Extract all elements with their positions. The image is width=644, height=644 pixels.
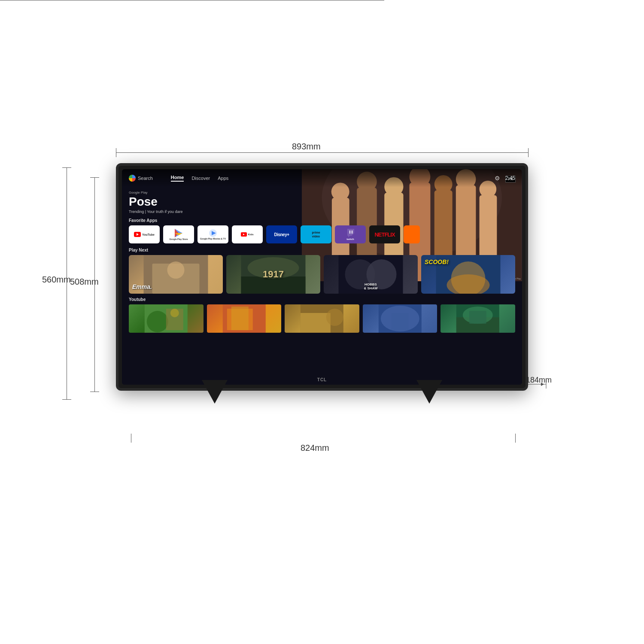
prime-text: primevideo <box>312 231 320 238</box>
svg-rect-49 <box>392 313 409 330</box>
playstore-icon <box>174 228 183 238</box>
app-youtubekids[interactable]: Kids <box>232 225 263 243</box>
youtubekids-icon <box>241 232 247 237</box>
google-assistant-icon <box>129 175 136 182</box>
youtubekids-logo: Kids <box>241 232 253 237</box>
svg-rect-23 <box>349 231 350 234</box>
youtube-play-icon <box>137 233 139 236</box>
1917-title: 1917 <box>263 269 284 280</box>
clock: 2:45 <box>505 175 515 181</box>
app-twitch[interactable]: twitch <box>335 225 366 243</box>
hobbs-title: HOBBS& SHAW <box>325 283 416 290</box>
svg-rect-53 <box>469 311 486 324</box>
top-right-tick <box>528 148 529 157</box>
top-width-label: 893mm <box>292 142 321 152</box>
youtube-logo: YouTube <box>134 232 155 237</box>
bottom-right-tick <box>515 434 516 443</box>
inner-bottom-tick <box>90 392 99 392</box>
twitch-icon <box>346 228 355 238</box>
top-width-line <box>116 152 528 153</box>
svg-point-40 <box>170 309 179 317</box>
movie-scoob[interactable]: SCOOB! <box>421 255 515 294</box>
top-left-tick <box>116 148 116 157</box>
svg-rect-24 <box>352 231 352 234</box>
yt-thumb-5[interactable] <box>440 304 515 333</box>
yt-thumb-3-img <box>285 304 359 333</box>
left-height-label: 560mm <box>42 275 71 285</box>
content-area: Google Play Pose Trending | Your truth i… <box>122 187 522 385</box>
app-prime[interactable]: primevideo <box>301 225 331 243</box>
play-next-label: Play Next <box>129 248 515 252</box>
svg-rect-45 <box>301 313 331 333</box>
yt-thumb-4[interactable] <box>363 304 437 333</box>
yt-thumb-5-img <box>440 304 515 333</box>
youtubekids-play <box>243 234 245 235</box>
show-meta: Google Play Pose Trending | Your truth i… <box>129 187 515 214</box>
inner-top-tick <box>90 177 99 178</box>
tv-screen: FX Available on Google Play Search Home … <box>122 169 522 385</box>
favorite-apps-label: Favorite Apps <box>129 218 515 223</box>
yt-thumb-2-img <box>207 304 282 333</box>
platform-label: Google Play <box>129 191 515 194</box>
depth-label: 184mm <box>526 376 552 385</box>
playstore-label: Google Play Store <box>169 238 188 240</box>
app-netflix[interactable]: NETFLIX <box>369 225 400 243</box>
yt-thumb-1-img <box>129 304 204 333</box>
nav-apps[interactable]: Apps <box>218 176 228 181</box>
movie-emma[interactable]: Emma. <box>129 255 223 294</box>
disney-text: Disney+ <box>274 232 289 237</box>
show-subtitle: Trending | Your truth if you dare <box>129 210 515 214</box>
tv-stand-left <box>202 380 228 404</box>
apps-row: YouTube Google Play Store <box>129 225 515 243</box>
tv-container: FX Available on Google Play Search Home … <box>116 163 528 404</box>
app-disney[interactable]: Disney+ <box>266 225 297 243</box>
movies-row: Emma. 1917 <box>129 255 515 294</box>
movie-hobbs[interactable]: HOBBS& SHAW <box>324 255 418 294</box>
youtube-text: YouTube <box>142 233 155 236</box>
nav-discover[interactable]: Discover <box>191 176 210 181</box>
tv-body: FX Available on Google Play Search Home … <box>116 163 528 391</box>
bottom-left-tick <box>131 434 131 443</box>
app-extra[interactable] <box>404 225 420 243</box>
nav-home[interactable]: Home <box>171 175 184 182</box>
youtube-section-label: Youtube <box>129 297 515 302</box>
settings-icon[interactable]: ⚙ <box>495 175 500 182</box>
svg-point-27 <box>167 261 185 279</box>
app-youtube[interactable]: YouTube <box>129 225 160 243</box>
youtubekids-text: Kids <box>248 233 253 236</box>
android-tv-ui: FX Available on Google Play Search Home … <box>122 169 522 385</box>
yt-thumb-4-img <box>363 304 437 333</box>
netflix-text: NETFLIX <box>374 231 395 238</box>
brand-logo: TCL <box>317 377 327 382</box>
nav-right: ⚙ 2:45 <box>495 175 515 182</box>
bottom-width-line <box>0 0 384 0</box>
show-title: Pose <box>129 196 515 208</box>
tv-stand-right <box>416 380 442 404</box>
movie-1917[interactable]: 1917 <box>226 255 320 294</box>
left-bottom-tick <box>62 399 71 400</box>
app-movies[interactable]: Google Play Movies & TV <box>197 225 228 243</box>
yt-thumb-2[interactable] <box>207 304 282 333</box>
svg-rect-43 <box>231 307 248 330</box>
nav-search-label[interactable]: Search <box>138 176 153 181</box>
twitch-text: twitch <box>346 238 354 240</box>
yt-thumb-1[interactable] <box>129 304 204 333</box>
svg-point-38 <box>147 311 168 332</box>
yt-thumb-3[interactable] <box>285 304 359 333</box>
scoob-title: SCOOB! <box>425 258 512 265</box>
app-playstore[interactable]: Google Play Store <box>163 225 194 243</box>
movies-label: Google Play Movies & TV <box>200 237 226 240</box>
top-nav: Search Home Discover Apps ⚙ 2:45 <box>122 169 522 187</box>
bottom-width-label: 824mm <box>301 443 329 453</box>
svg-point-46 <box>326 309 343 326</box>
emma-title: Emma. <box>132 283 152 290</box>
left-top-tick <box>62 167 71 168</box>
inner-height-label: 508mm <box>70 277 99 287</box>
movies-icon <box>209 229 217 237</box>
youtube-row <box>129 304 515 333</box>
youtube-icon <box>134 232 141 237</box>
nav-search[interactable]: Search <box>129 175 161 182</box>
